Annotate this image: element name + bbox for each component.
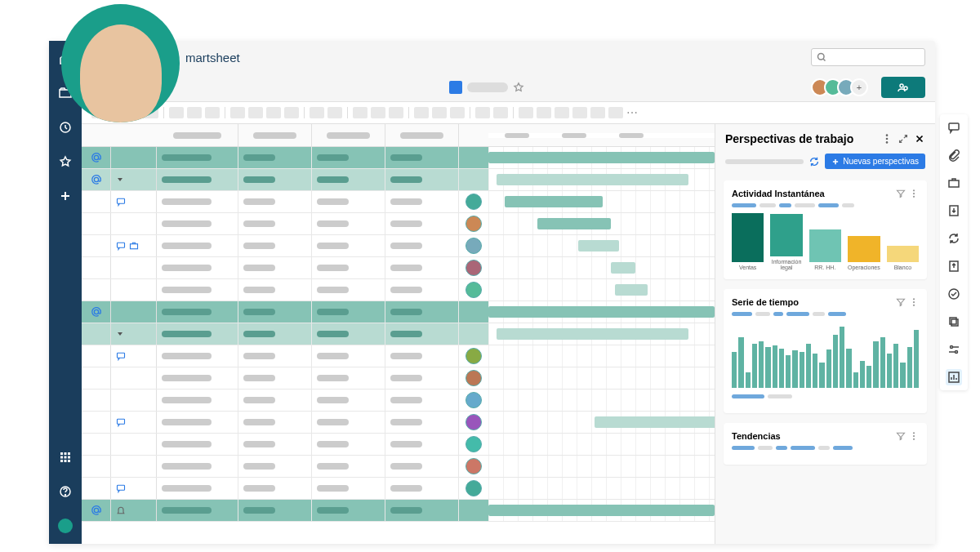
row-handle[interactable] — [82, 147, 111, 168]
cell[interactable] — [385, 412, 459, 433]
toolbar-button[interactable] — [414, 107, 429, 118]
row-handle[interactable] — [82, 235, 111, 256]
favorite-star-icon[interactable] — [513, 82, 524, 93]
cell[interactable] — [157, 235, 238, 256]
toolbar-button[interactable] — [205, 107, 220, 118]
toolbar-button[interactable] — [475, 107, 490, 118]
cell[interactable] — [157, 434, 238, 455]
table-row[interactable] — [82, 390, 715, 412]
export-icon[interactable] — [946, 258, 962, 274]
table-row[interactable] — [82, 456, 715, 478]
cell[interactable] — [312, 147, 385, 168]
table-row[interactable] — [82, 213, 715, 235]
cell[interactable] — [238, 235, 312, 256]
table-row[interactable] — [82, 169, 715, 191]
table-row[interactable] — [82, 191, 715, 213]
toolbar-button[interactable] — [230, 107, 245, 118]
cell[interactable] — [238, 478, 312, 499]
assignee-cell[interactable] — [459, 434, 488, 455]
cell[interactable] — [238, 390, 312, 411]
table-row[interactable] — [82, 323, 715, 345]
refresh-icon[interactable] — [808, 156, 820, 167]
column-header[interactable] — [312, 124, 385, 146]
cell[interactable] — [157, 169, 238, 190]
cell[interactable] — [312, 257, 385, 278]
cell[interactable] — [385, 301, 459, 323]
table-row[interactable] — [82, 279, 715, 301]
more-icon[interactable] — [909, 297, 919, 307]
assignee-cell[interactable] — [459, 257, 488, 278]
gantt-bar[interactable] — [615, 284, 648, 296]
row-handle[interactable] — [82, 213, 111, 234]
cell[interactable] — [312, 301, 385, 323]
cell[interactable] — [312, 169, 385, 190]
cell[interactable] — [385, 390, 459, 411]
row-handle[interactable] — [82, 323, 111, 345]
cell[interactable] — [157, 257, 238, 278]
assignee-cell[interactable] — [459, 456, 488, 477]
gantt-bar[interactable] — [505, 196, 603, 207]
cell[interactable] — [312, 279, 385, 300]
row-handle[interactable] — [82, 257, 111, 278]
copy-icon[interactable] — [946, 314, 962, 330]
assignee-cell[interactable] — [459, 301, 488, 323]
cell[interactable] — [238, 500, 312, 521]
cell[interactable] — [312, 191, 385, 212]
assignee-cell[interactable] — [459, 500, 488, 521]
expand-icon[interactable] — [116, 330, 124, 338]
cell[interactable] — [238, 191, 312, 212]
toolbar-button[interactable] — [327, 107, 342, 118]
assignee-cell[interactable] — [459, 390, 488, 411]
row-handle[interactable] — [82, 434, 111, 455]
bell-icon[interactable] — [116, 505, 126, 515]
assignee-cell[interactable] — [459, 323, 488, 345]
cell[interactable] — [312, 213, 385, 234]
attachment-icon[interactable] — [946, 147, 962, 163]
cell[interactable] — [312, 390, 385, 411]
share-button[interactable] — [881, 77, 925, 98]
toolbar-overflow-icon[interactable]: ⋯ — [626, 106, 636, 119]
toolbar-button[interactable] — [608, 107, 623, 118]
cell[interactable] — [312, 434, 385, 455]
filter-icon[interactable] — [896, 431, 906, 441]
cell[interactable] — [238, 323, 312, 345]
filter-icon[interactable] — [896, 297, 906, 307]
table-row[interactable] — [82, 478, 715, 500]
cell[interactable] — [385, 367, 459, 389]
table-row[interactable] — [82, 147, 715, 169]
table-row[interactable] — [82, 367, 715, 390]
row-handle[interactable] — [82, 412, 111, 433]
plus-icon[interactable] — [57, 188, 74, 204]
user-avatar-icon[interactable] — [57, 518, 74, 534]
close-icon[interactable] — [914, 133, 925, 145]
cell[interactable] — [238, 367, 312, 389]
column-header[interactable] — [238, 124, 312, 146]
clock-icon[interactable] — [57, 119, 74, 136]
cell[interactable] — [157, 279, 238, 300]
cell[interactable] — [238, 434, 312, 455]
new-insights-button[interactable]: Nuevas perspectivas — [825, 154, 925, 169]
table-row[interactable] — [82, 235, 715, 257]
row-handle[interactable] — [82, 367, 111, 389]
settings-icon[interactable] — [946, 341, 962, 358]
cell[interactable] — [238, 169, 312, 190]
assignee-cell[interactable] — [459, 147, 488, 168]
toolbar-button[interactable] — [519, 107, 533, 118]
cell[interactable] — [385, 345, 459, 367]
cell[interactable] — [238, 412, 312, 433]
gantt-bar[interactable] — [595, 416, 715, 428]
cell[interactable] — [385, 169, 459, 190]
toolbar-button[interactable] — [284, 107, 299, 118]
assignee-cell[interactable] — [459, 235, 488, 256]
cell[interactable] — [385, 456, 459, 477]
cell[interactable] — [312, 456, 385, 477]
chart-icon[interactable] — [946, 369, 962, 385]
gantt-bar[interactable] — [578, 240, 619, 252]
row-handle[interactable] — [82, 500, 111, 521]
briefcase-icon[interactable] — [946, 175, 962, 191]
table-row[interactable] — [82, 434, 715, 456]
toolbar-button[interactable] — [537, 107, 551, 118]
help-icon[interactable] — [57, 483, 74, 500]
row-handle[interactable] — [82, 478, 111, 499]
assignee-cell[interactable] — [459, 213, 488, 234]
